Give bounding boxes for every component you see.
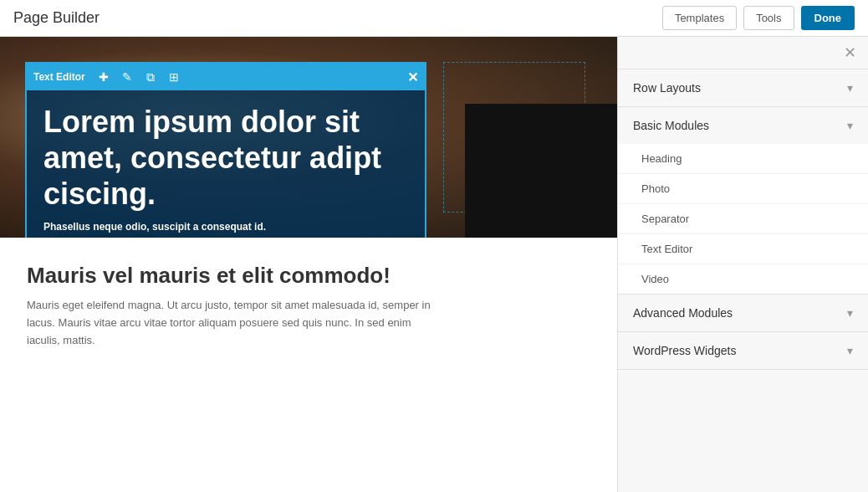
hero-section: Text Editor ✚ ✎ ⧉ ⊞ ✕ Lorem ipsum dolor … (0, 37, 617, 238)
row-layouts-chevron: ▾ (847, 81, 853, 95)
module-heading: Lorem ipsum dolor sit amet, consectetur … (43, 104, 408, 213)
text-editor-module[interactable]: Text Editor ✚ ✎ ⧉ ⊞ ✕ Lorem ipsum dolor … (25, 62, 426, 238)
topbar-actions: Templates Tools Done (662, 6, 855, 30)
advanced-modules-title: Advanced Modules (633, 306, 733, 320)
panel-item-text-editor[interactable]: Text Editor (618, 234, 868, 264)
content-section: Mauris vel mauris et elit commodo! Mauri… (0, 238, 617, 374)
module-toolbar: Text Editor ✚ ✎ ⧉ ⊞ ✕ (27, 64, 425, 90)
panel-close-row: ✕ (618, 37, 868, 69)
content-body: Mauris eget eleifend magna. Ut arcu just… (27, 297, 445, 349)
panel-item-video[interactable]: Video (618, 264, 868, 294)
wordpress-widgets-header[interactable]: WordPress Widgets ▾ (618, 332, 868, 369)
basic-modules-items: Heading Photo Separator Text Editor Vide… (618, 144, 868, 294)
advanced-modules-header[interactable]: Advanced Modules ▾ (618, 295, 868, 331)
advanced-modules-chevron: ▾ (847, 306, 853, 320)
resize-icon[interactable]: ⊞ (166, 69, 182, 85)
close-icon[interactable]: ✕ (407, 69, 418, 85)
panel-section-advanced-modules: Advanced Modules ▾ (618, 295, 868, 332)
duplicate-icon[interactable]: ⧉ (142, 69, 159, 85)
panel-section-row-layouts: Row Layouts ▾ (618, 69, 868, 107)
module-content: Lorem ipsum dolor sit amet, consectetur … (27, 90, 425, 238)
wordpress-widgets-title: WordPress Widgets (633, 344, 736, 357)
basic-modules-chevron: ▾ (847, 119, 853, 132)
page-title: Page Builder (13, 9, 100, 27)
dark-overlay (465, 104, 617, 238)
row-layouts-header[interactable]: Row Layouts ▾ (618, 69, 868, 106)
topbar: Page Builder Templates Tools Done (0, 0, 868, 37)
right-panel: ✕ Row Layouts ▾ Basic Modules ▾ Heading … (617, 37, 868, 492)
panel-item-heading[interactable]: Heading (618, 144, 868, 174)
main-layout: Text Editor ✚ ✎ ⧉ ⊞ ✕ Lorem ipsum dolor … (0, 37, 868, 492)
templates-button[interactable]: Templates (662, 6, 737, 30)
panel-section-wordpress-widgets: WordPress Widgets ▾ (618, 332, 868, 370)
add-icon[interactable]: ✚ (95, 69, 112, 85)
content-heading: Mauris vel mauris et elit commodo! (27, 263, 590, 289)
module-subtext: Phasellus neque odio, suscipit a consequ… (43, 221, 408, 233)
canvas: Text Editor ✚ ✎ ⧉ ⊞ ✕ Lorem ipsum dolor … (0, 37, 617, 492)
tools-button[interactable]: Tools (743, 6, 794, 30)
done-button[interactable]: Done (801, 6, 855, 30)
module-toolbar-label: Text Editor (33, 71, 85, 83)
panel-item-separator[interactable]: Separator (618, 204, 868, 234)
wordpress-widgets-chevron: ▾ (847, 344, 853, 357)
panel-section-basic-modules: Basic Modules ▾ Heading Photo Separator … (618, 107, 868, 295)
basic-modules-header[interactable]: Basic Modules ▾ (618, 107, 868, 144)
row-layouts-title: Row Layouts (633, 81, 701, 95)
edit-icon[interactable]: ✎ (119, 69, 135, 85)
panel-close-button[interactable]: ✕ (844, 45, 856, 60)
panel-item-photo[interactable]: Photo (618, 174, 868, 204)
basic-modules-title: Basic Modules (633, 119, 709, 132)
